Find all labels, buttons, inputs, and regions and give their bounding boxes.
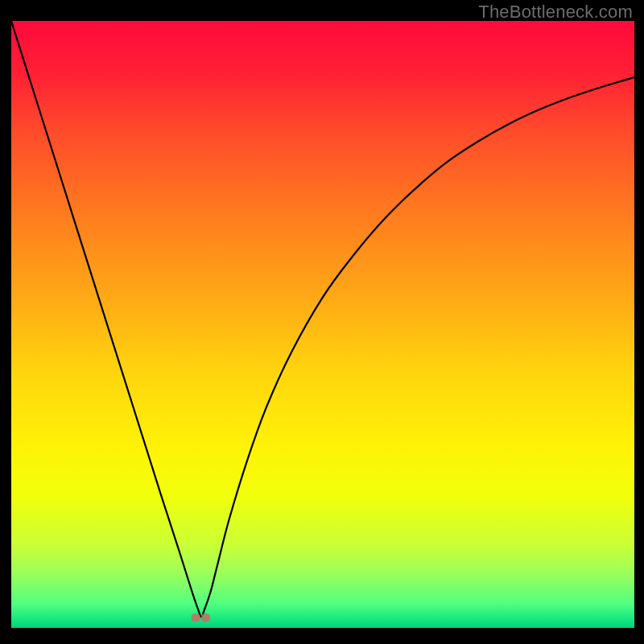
watermark-text: TheBottleneck.com [478, 2, 633, 23]
curve-svg [11, 21, 634, 628]
min-marker-right [201, 613, 210, 621]
chart-container: TheBottleneck.com [0, 0, 644, 644]
plot-area [11, 21, 634, 628]
min-marker-left [192, 613, 200, 621]
bottleneck-curve [11, 21, 634, 617]
